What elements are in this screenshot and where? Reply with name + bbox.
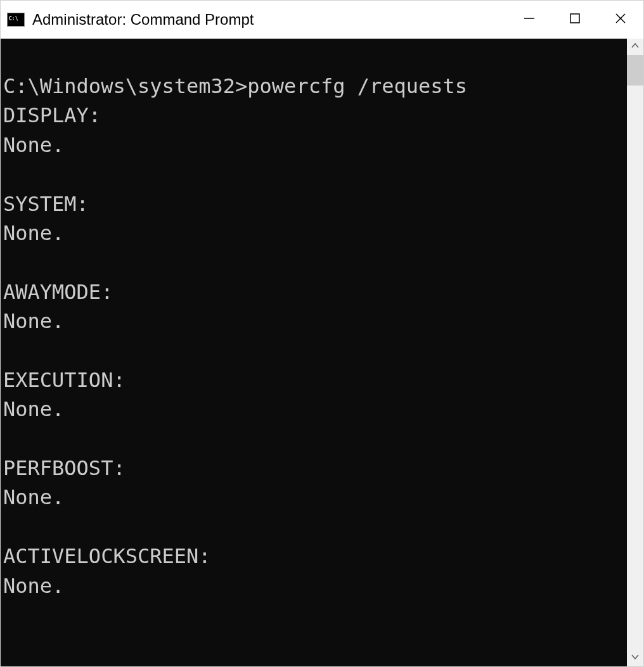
section-header: SYSTEM: bbox=[3, 189, 627, 219]
scroll-track[interactable] bbox=[627, 55, 643, 650]
blank-line bbox=[3, 248, 627, 277]
section-value: None. bbox=[3, 219, 627, 248]
window-title: Administrator: Command Prompt bbox=[32, 11, 506, 29]
titlebar[interactable]: C:\ Administrator: Command Prompt bbox=[1, 1, 643, 39]
section-value: None. bbox=[3, 130, 627, 160]
svg-rect-1 bbox=[570, 14, 579, 23]
section-value: None. bbox=[3, 307, 627, 336]
blank-line bbox=[3, 336, 627, 365]
chevron-up-icon bbox=[631, 41, 640, 53]
blank-line bbox=[3, 424, 627, 454]
section-value: None. bbox=[3, 483, 627, 512]
vertical-scrollbar[interactable] bbox=[627, 39, 643, 666]
section-header: PERFBOOST: bbox=[3, 454, 627, 483]
maximize-button[interactable] bbox=[552, 1, 598, 39]
window-controls bbox=[506, 1, 643, 39]
terminal-output[interactable]: C:\Windows\system32>powercfg /requestsDI… bbox=[1, 39, 627, 666]
cmd-app-icon: C:\ bbox=[7, 13, 25, 27]
section-header: DISPLAY: bbox=[3, 101, 627, 130]
section-header: ACTIVELOCKSCREEN: bbox=[3, 542, 627, 571]
section-value: None. bbox=[3, 571, 627, 600]
section-header: AWAYMODE: bbox=[3, 277, 627, 307]
scroll-up-button[interactable] bbox=[627, 39, 643, 55]
blank-line bbox=[3, 160, 627, 189]
section-header: EXECUTION: bbox=[3, 365, 627, 395]
close-icon bbox=[614, 12, 627, 27]
blank-line bbox=[3, 512, 627, 542]
section-value: None. bbox=[3, 395, 627, 424]
minimize-icon bbox=[523, 12, 536, 27]
client-area: C:\Windows\system32>powercfg /requestsDI… bbox=[1, 39, 643, 666]
maximize-icon bbox=[569, 12, 581, 27]
scroll-thumb[interactable] bbox=[627, 55, 643, 86]
chevron-down-icon bbox=[631, 652, 640, 664]
close-button[interactable] bbox=[598, 1, 643, 39]
window-frame: C:\ Administrator: Command Prompt bbox=[0, 0, 644, 667]
prompt-line: C:\Windows\system32>powercfg /requests bbox=[3, 72, 627, 101]
minimize-button[interactable] bbox=[506, 1, 552, 39]
scroll-down-button[interactable] bbox=[627, 650, 643, 666]
